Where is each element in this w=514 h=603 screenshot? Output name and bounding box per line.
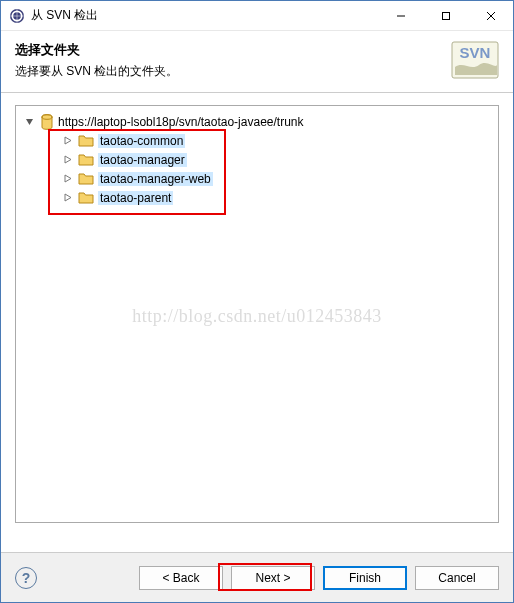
tree-root-label: https://laptop-lsobl18p/svn/taotao-javae… — [58, 115, 303, 129]
folder-tree[interactable]: https://laptop-lsobl18p/svn/taotao-javae… — [15, 105, 499, 523]
title-bar: 从 SVN 检出 — [1, 1, 513, 31]
tree-item[interactable]: taotao-manager-web — [20, 169, 494, 188]
tree-item[interactable]: taotao-manager — [20, 150, 494, 169]
tree-item-label: taotao-parent — [98, 191, 173, 205]
expander-closed-icon[interactable] — [62, 154, 73, 165]
window-title: 从 SVN 检出 — [31, 7, 98, 24]
expander-closed-icon[interactable] — [62, 192, 73, 203]
svg-rect-4 — [9, 15, 25, 17]
content-area: https://laptop-lsobl18p/svn/taotao-javae… — [1, 93, 513, 523]
watermark-text: http://blog.csdn.net/u012453843 — [16, 306, 498, 327]
expander-open-icon[interactable] — [24, 116, 35, 127]
folder-icon — [78, 191, 94, 205]
folder-icon — [78, 134, 94, 148]
cancel-button[interactable]: Cancel — [415, 566, 499, 590]
repository-icon — [40, 114, 54, 130]
tree-item-label: taotao-manager — [98, 153, 187, 167]
folder-icon — [78, 153, 94, 167]
back-button[interactable]: < Back — [139, 566, 223, 590]
dialog-header: 选择文件夹 选择要从 SVN 检出的文件夹。 SVN — [1, 31, 513, 93]
tree-item[interactable]: taotao-common — [20, 131, 494, 150]
expander-closed-icon[interactable] — [62, 135, 73, 146]
svg-text:SVN: SVN — [460, 44, 491, 61]
expander-closed-icon[interactable] — [62, 173, 73, 184]
tree-item-label: taotao-manager-web — [98, 172, 213, 186]
tree-item[interactable]: taotao-parent — [20, 188, 494, 207]
finish-button[interactable]: Finish — [323, 566, 407, 590]
next-button[interactable]: Next > — [231, 566, 315, 590]
minimize-button[interactable] — [378, 1, 423, 30]
header-subheading: 选择要从 SVN 检出的文件夹。 — [15, 63, 499, 80]
app-icon — [9, 8, 25, 24]
folder-icon — [78, 172, 94, 186]
window-controls — [378, 1, 513, 30]
maximize-button[interactable] — [423, 1, 468, 30]
tree-root-row[interactable]: https://laptop-lsobl18p/svn/taotao-javae… — [20, 112, 494, 131]
button-bar: ? < Back Next > Finish Cancel — [1, 552, 513, 602]
svg-rect-6 — [442, 12, 449, 19]
header-heading: 选择文件夹 — [15, 41, 499, 59]
close-button[interactable] — [468, 1, 513, 30]
help-icon[interactable]: ? — [15, 567, 37, 589]
tree-item-label: taotao-common — [98, 134, 185, 148]
svn-logo: SVN — [451, 41, 499, 79]
